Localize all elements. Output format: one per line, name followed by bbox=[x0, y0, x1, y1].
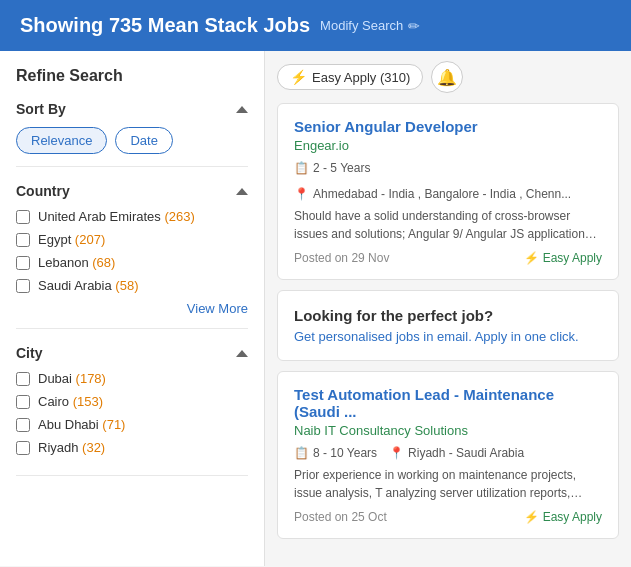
country-checkbox-lebanon[interactable] bbox=[16, 256, 30, 270]
city-checkbox-riyadh[interactable] bbox=[16, 441, 30, 455]
sort-date-button[interactable]: Date bbox=[115, 127, 172, 154]
sidebar: Refine Search Sort By Relevance Date Cou… bbox=[0, 51, 265, 566]
city-chevron-icon bbox=[236, 350, 248, 357]
experience-meta-1: 📋 8 - 10 Years bbox=[294, 446, 377, 460]
location-value-1: Riyadh - Saudi Arabia bbox=[408, 446, 524, 460]
easy-apply-chip-icon: ⚡ bbox=[290, 69, 307, 85]
sort-by-label: Sort By bbox=[16, 101, 66, 117]
country-checkbox-uae[interactable] bbox=[16, 210, 30, 224]
country-label-saudi[interactable]: Saudi Arabia (58) bbox=[38, 278, 138, 293]
modify-search-label: Modify Search bbox=[320, 18, 403, 33]
count-abudhabi: (71) bbox=[102, 417, 125, 432]
easy-apply-chip[interactable]: ⚡ Easy Apply (310) bbox=[277, 64, 423, 90]
country-label-uae[interactable]: United Arab Emirates (263) bbox=[38, 209, 195, 224]
sort-by-header: Sort By bbox=[16, 101, 248, 117]
sort-by-section: Sort By Relevance Date bbox=[16, 101, 248, 167]
city-label: City bbox=[16, 345, 42, 361]
city-checkbox-dubai[interactable] bbox=[16, 372, 30, 386]
modify-search-link[interactable]: Modify Search ✏ bbox=[320, 18, 420, 34]
company-name-1[interactable]: Naib IT Consultancy Solutions bbox=[294, 423, 602, 438]
country-item-egypt: Egypt (207) bbox=[16, 232, 248, 247]
job-footer-1: Posted on 25 Oct ⚡ Easy Apply bbox=[294, 510, 602, 524]
sidebar-title: Refine Search bbox=[16, 67, 248, 85]
city-item-dubai: Dubai (178) bbox=[16, 371, 248, 386]
job-card-1: Test Automation Lead - Maintenance (Saud… bbox=[277, 371, 619, 539]
job-card-0: Senior Angular Developer Engear.io 📋 2 -… bbox=[277, 103, 619, 280]
country-chevron-icon bbox=[236, 188, 248, 195]
sort-relevance-button[interactable]: Relevance bbox=[16, 127, 107, 154]
notification-button[interactable]: 🔔 bbox=[431, 61, 463, 93]
experience-value-0: 2 - 5 Years bbox=[313, 161, 370, 175]
sort-buttons: Relevance Date bbox=[16, 127, 248, 154]
promo-title: Looking for the perfect job? bbox=[294, 307, 602, 324]
easy-apply-label-0: Easy Apply bbox=[543, 251, 602, 265]
job-meta-0: 📋 2 - 5 Years 📍 Ahmedabad - India , Bang… bbox=[294, 161, 602, 201]
posted-date-1: Posted on 25 Oct bbox=[294, 510, 387, 524]
sort-by-chevron-icon bbox=[236, 106, 248, 113]
job-desc-0: Should have a solid understanding of cro… bbox=[294, 207, 602, 243]
count-riyadh: (32) bbox=[82, 440, 105, 455]
experience-meta-0: 📋 2 - 5 Years bbox=[294, 161, 370, 175]
count-uae: (263) bbox=[164, 209, 194, 224]
country-label-egypt[interactable]: Egypt (207) bbox=[38, 232, 105, 247]
city-header: City bbox=[16, 345, 248, 361]
city-item-riyadh: Riyadh (32) bbox=[16, 440, 248, 455]
posted-date-0: Posted on 29 Nov bbox=[294, 251, 389, 265]
country-view-more[interactable]: View More bbox=[16, 301, 248, 316]
city-item-cairo: Cairo (153) bbox=[16, 394, 248, 409]
country-section: Country United Arab Emirates (263) Egypt… bbox=[16, 183, 248, 329]
promo-description: Get personalised jobs in email. Apply in… bbox=[294, 329, 602, 344]
promo-card: Looking for the perfect job? Get persona… bbox=[277, 290, 619, 361]
country-header: Country bbox=[16, 183, 248, 199]
count-egypt: (207) bbox=[75, 232, 105, 247]
city-label-riyadh[interactable]: Riyadh (32) bbox=[38, 440, 105, 455]
easy-apply-tag-0[interactable]: ⚡ Easy Apply bbox=[524, 251, 602, 265]
job-meta-1: 📋 8 - 10 Years 📍 Riyadh - Saudi Arabia bbox=[294, 446, 602, 460]
location-meta-1: 📍 Riyadh - Saudi Arabia bbox=[389, 446, 524, 460]
notification-icon: 🔔 bbox=[437, 68, 457, 87]
country-label-lebanon[interactable]: Lebanon (68) bbox=[38, 255, 115, 270]
job-title-1[interactable]: Test Automation Lead - Maintenance (Saud… bbox=[294, 386, 602, 420]
country-item-lebanon: Lebanon (68) bbox=[16, 255, 248, 270]
country-item-saudi: Saudi Arabia (58) bbox=[16, 278, 248, 293]
easy-apply-label-1: Easy Apply bbox=[543, 510, 602, 524]
country-item-uae: United Arab Emirates (263) bbox=[16, 209, 248, 224]
city-checkbox-abudhabi[interactable] bbox=[16, 418, 30, 432]
filter-chips-row: ⚡ Easy Apply (310) 🔔 bbox=[277, 61, 619, 93]
city-label-abudhabi[interactable]: Abu Dhabi (71) bbox=[38, 417, 125, 432]
job-title-0[interactable]: Senior Angular Developer bbox=[294, 118, 602, 135]
page-title: Showing 735 Mean Stack Jobs bbox=[20, 14, 310, 37]
main-layout: Refine Search Sort By Relevance Date Cou… bbox=[0, 51, 631, 566]
location-meta-0: 📍 Ahmedabad - India , Bangalore - India … bbox=[294, 187, 571, 201]
company-name-0[interactable]: Engear.io bbox=[294, 138, 602, 153]
briefcase-icon-1: 📋 bbox=[294, 446, 309, 460]
job-desc-1: Prior experience in working on maintenan… bbox=[294, 466, 602, 502]
briefcase-icon-0: 📋 bbox=[294, 161, 309, 175]
page-header: Showing 735 Mean Stack Jobs Modify Searc… bbox=[0, 0, 631, 51]
job-footer-0: Posted on 29 Nov ⚡ Easy Apply bbox=[294, 251, 602, 265]
location-icon-1: 📍 bbox=[389, 446, 404, 460]
city-checkbox-cairo[interactable] bbox=[16, 395, 30, 409]
easy-apply-icon-1: ⚡ bbox=[524, 510, 539, 524]
location-value-0: Ahmedabad - India , Bangalore - India , … bbox=[313, 187, 571, 201]
country-checkbox-egypt[interactable] bbox=[16, 233, 30, 247]
city-item-abudhabi: Abu Dhabi (71) bbox=[16, 417, 248, 432]
city-label-dubai[interactable]: Dubai (178) bbox=[38, 371, 106, 386]
count-lebanon: (68) bbox=[92, 255, 115, 270]
right-panel: ⚡ Easy Apply (310) 🔔 Senior Angular Deve… bbox=[265, 51, 631, 566]
city-label-cairo[interactable]: Cairo (153) bbox=[38, 394, 103, 409]
count-saudi: (58) bbox=[115, 278, 138, 293]
easy-apply-chip-label: Easy Apply (310) bbox=[312, 70, 410, 85]
experience-value-1: 8 - 10 Years bbox=[313, 446, 377, 460]
pencil-icon: ✏ bbox=[408, 18, 420, 34]
country-label: Country bbox=[16, 183, 70, 199]
location-icon-0: 📍 bbox=[294, 187, 309, 201]
city-section: City Dubai (178) Cairo (153) Abu Dhabi (… bbox=[16, 345, 248, 476]
easy-apply-icon-0: ⚡ bbox=[524, 251, 539, 265]
easy-apply-tag-1[interactable]: ⚡ Easy Apply bbox=[524, 510, 602, 524]
count-dubai: (178) bbox=[76, 371, 106, 386]
count-cairo: (153) bbox=[73, 394, 103, 409]
country-checkbox-saudi[interactable] bbox=[16, 279, 30, 293]
